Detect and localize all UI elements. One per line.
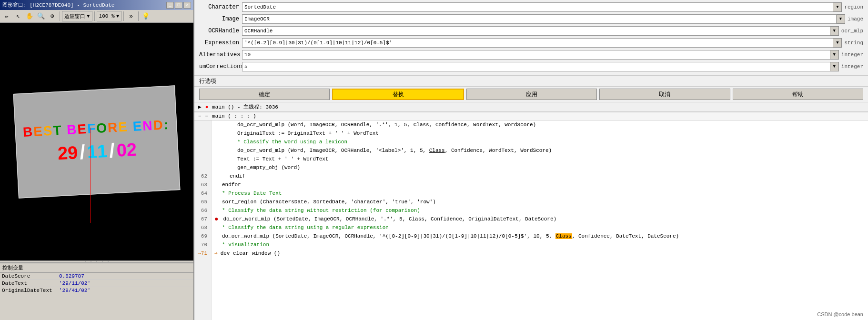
- thread-info: main () - 主线程: 3036: [212, 103, 278, 110]
- expression-suffix: string: [844, 40, 863, 46]
- line-num-blank4: [196, 146, 209, 155]
- code-text: * Classify the word using a lexicon: [237, 138, 347, 146]
- code-line-2: OriginalText := OriginalText + ' ' + Wor…: [214, 129, 865, 138]
- titlebar-buttons: _ □ ×: [166, 2, 191, 9]
- line-numbers: 62 63 64 65 66 67 68 69 70 →71: [194, 120, 212, 320]
- separator-1: [60, 11, 60, 21]
- line-num-blank2: [196, 129, 209, 138]
- separator-3: [123, 11, 124, 21]
- control-vars-title: 控制变量: [0, 263, 193, 273]
- var-value: '29/11/02': [57, 280, 193, 287]
- code-text: do_ocr_word_mlp (SortedDate, ImageOCR, O…: [223, 215, 556, 223]
- fit-window-dropdown[interactable]: 适应窗口 ▼: [62, 11, 92, 21]
- corrections-input-wrapper: ▼: [242, 62, 839, 71]
- code-line-70: * Visualization: [214, 240, 865, 249]
- form-area: Character ▼ region Image ▼ image OCRHand…: [194, 0, 868, 76]
- var-name: OriginalDateText: [0, 287, 57, 294]
- code-line-62: endif: [214, 172, 865, 180]
- watermark: CSDN @code bean: [817, 311, 863, 317]
- minimize-button[interactable]: _: [166, 2, 174, 9]
- window-titlebar: 图形窗口: [H2CE787DE040] - SortedDate _ □ ×: [0, 0, 193, 10]
- code-text: gen_empty_obj (Word): [237, 164, 300, 172]
- dropdown-arrow-icon: ▼: [87, 13, 90, 19]
- code-text: endfor: [222, 181, 241, 189]
- zoom-level-dropdown[interactable]: 100 % ▼: [97, 11, 122, 21]
- func-icon: ≡: [198, 113, 202, 119]
- action-buttons: 确定 替换 应用 取消 帮助: [194, 87, 868, 102]
- control-vars-panel: 控制变量 DateScore0.829787DateText'29/11/02'…: [0, 263, 193, 320]
- character-label: Character: [199, 4, 242, 10]
- line-num-64: 64: [196, 189, 209, 198]
- image-row: Image ▼ image: [199, 14, 863, 24]
- line-num-blank1: [196, 120, 209, 129]
- breakpoint-dot: ●: [214, 214, 218, 224]
- line-num-70: 70: [196, 240, 209, 249]
- best-before-text: BEST BEFORE END:: [22, 117, 170, 140]
- left-panel: 图形窗口: [H2CE787DE040] - SortedDate _ □ × …: [0, 0, 194, 320]
- image-dropdown-btn[interactable]: ▼: [837, 14, 845, 24]
- ocr-handle-suffix: ocr_mlp: [841, 28, 863, 34]
- fit-window-label: 适应窗口: [64, 13, 85, 20]
- code-line-65: sort_region (CharactersDate, SortedDate,…: [214, 198, 865, 206]
- code-line-6: gen_empty_obj (Word): [214, 163, 865, 172]
- code-text: * Process Date Text: [222, 190, 282, 198]
- code-header: ▶ ● main () - 主线程: 3036: [194, 102, 868, 112]
- apply-button[interactable]: 应用: [466, 89, 597, 100]
- alternatives-suffix: integer: [841, 52, 863, 58]
- vars-table-row: DateText'29/11/02': [0, 280, 193, 287]
- character-row: Character ▼ region: [199, 2, 863, 12]
- dropdown-arrow-icon: ▼: [116, 13, 120, 19]
- code-line-68: * Classify the data string using a regul…: [214, 223, 865, 232]
- cancel-button[interactable]: 取消: [599, 89, 730, 100]
- ocr-handle-row: OCRHandle ▼ ocr_mlp: [199, 26, 863, 36]
- window-title: 图形窗口: [H2CE787DE040] - SortedDate: [2, 1, 114, 9]
- hint-btn[interactable]: 💡: [141, 11, 151, 21]
- code-text: OriginalText := OriginalText + ' ' + Wor…: [237, 130, 379, 138]
- corrections-input[interactable]: [242, 62, 830, 71]
- corrections-dropdown-btn[interactable]: ▼: [830, 62, 839, 71]
- line-num-67: 67: [196, 215, 209, 223]
- ocr-handle-input[interactable]: [242, 26, 830, 36]
- var-name: DateText: [0, 280, 57, 287]
- vars-table-row: OriginalDateText'29/41/02': [0, 287, 193, 294]
- var-name: DateScore: [0, 273, 57, 280]
- alternatives-input[interactable]: [242, 50, 830, 60]
- alternatives-dropdown-btn[interactable]: ▼: [830, 50, 839, 60]
- line-num-63: 63: [196, 180, 209, 189]
- code-text: endif: [230, 172, 245, 180]
- select-tool[interactable]: ↖: [13, 11, 23, 21]
- move-tool[interactable]: ✋: [24, 11, 35, 21]
- record-icon: ●: [205, 104, 209, 110]
- zoom-in-tool[interactable]: ⊕: [47, 11, 58, 21]
- more-tools-btn[interactable]: »: [126, 11, 136, 21]
- ocr-handle-input-wrapper: ▼: [242, 26, 839, 36]
- code-line-5: Text := Text + ' ' + WordText: [214, 155, 865, 163]
- help-button[interactable]: 帮助: [733, 89, 863, 100]
- confirm-button[interactable]: 确定: [199, 89, 330, 100]
- vars-table-row: DateScore0.829787: [0, 273, 193, 280]
- alternatives-row: Alternatives ▼ integer: [199, 50, 863, 60]
- code-line-71: ⇒ dev_clear_window (): [214, 249, 865, 258]
- image-input[interactable]: [242, 14, 837, 24]
- ocr-handle-label: OCRHandle: [199, 28, 242, 34]
- replace-button[interactable]: 替换: [332, 89, 464, 100]
- code-text: sort_region (CharactersDate, SortedDate,…: [222, 198, 436, 206]
- code-text: dev_clear_window (): [221, 250, 280, 258]
- maximize-button[interactable]: □: [175, 2, 182, 9]
- code-lines: do_ocr_word_mlp (Word, ImageOCR, OCRHand…: [212, 120, 868, 320]
- expression-dropdown-btn[interactable]: ▼: [833, 38, 842, 48]
- corrections-row: umCorrections ▼ integer: [199, 61, 863, 72]
- close-button[interactable]: ×: [183, 2, 191, 9]
- image-canvas: BEST BEFORE END: 29 / 11 / 02: [13, 85, 180, 198]
- expression-input[interactable]: [242, 38, 833, 48]
- code-text: do_ocr_word_mlp (Word, ImageOCR, OCRHand…: [237, 121, 536, 129]
- vars-table: DateScore0.829787DateText'29/11/02'Origi…: [0, 273, 193, 294]
- image-input-wrapper: ▼: [242, 14, 845, 24]
- zoom-tool[interactable]: 🔍: [36, 11, 46, 21]
- var-value: 0.829787: [57, 273, 193, 280]
- character-input[interactable]: [242, 2, 833, 12]
- code-area[interactable]: 62 63 64 65 66 67 68 69 70 →71 do_ocr_wo…: [194, 120, 868, 320]
- character-dropdown-btn[interactable]: ▼: [833, 2, 842, 12]
- draw-tool[interactable]: ✏: [1, 11, 12, 21]
- ocr-handle-dropdown-btn[interactable]: ▼: [830, 26, 839, 36]
